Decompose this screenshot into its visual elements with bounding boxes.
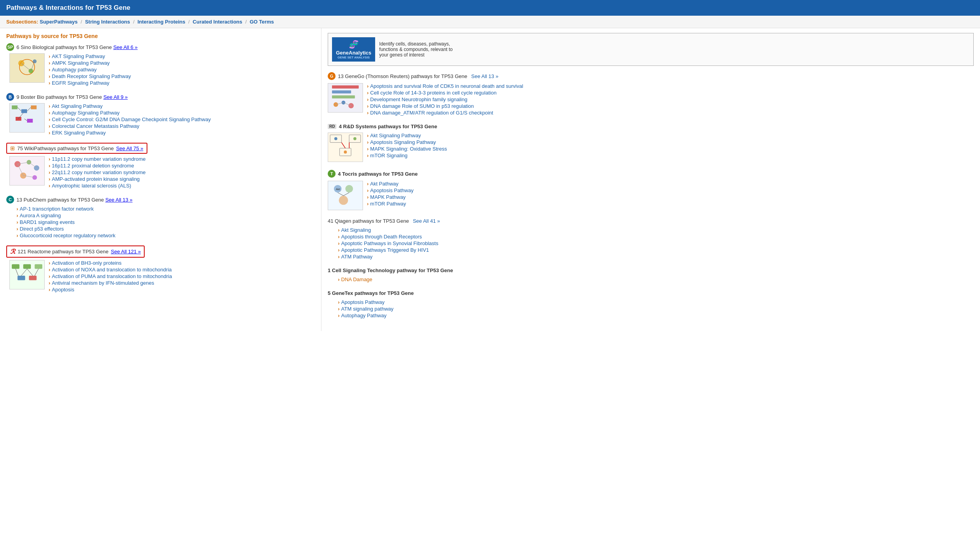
wiki-link-4[interactable]: Amyotrophic lateral sclerosis (ALS) bbox=[49, 183, 146, 189]
qiagen-link-3[interactable]: Apoptotic Pathways Triggered By HIV1 bbox=[338, 247, 974, 253]
pubchem-link-2[interactable]: BARD1 signaling events bbox=[16, 219, 315, 225]
svg-rect-31 bbox=[18, 276, 25, 280]
reactome-image bbox=[9, 260, 45, 289]
source-tocris: T 4 Tocris pathways for TP53 Gene Akt bbox=[328, 170, 974, 210]
pubchem-label: 13 PubChem pathways for TP53 Gene See Al… bbox=[16, 197, 132, 203]
ga-subtitle: GENE SET ANALYSIS bbox=[338, 56, 370, 59]
genego-see-all[interactable]: See All 13 » bbox=[471, 73, 498, 79]
pubchem-link-3[interactable]: Direct p53 effectors bbox=[16, 226, 315, 232]
tocris-link-2[interactable]: MAPK Pathway bbox=[367, 194, 414, 200]
sino-link-2[interactable]: Autophagy pathway bbox=[49, 67, 131, 73]
reactome-link-3[interactable]: Antiviral mechanism by IFN-stimulated ge… bbox=[49, 280, 172, 286]
rd-image bbox=[328, 133, 363, 162]
svg-rect-8 bbox=[12, 105, 18, 109]
sino-link-3[interactable]: Death Receptor Signaling Pathway bbox=[49, 73, 131, 79]
tocris-header: T 4 Tocris pathways for TP53 Gene bbox=[328, 170, 974, 178]
wiki-link-0[interactable]: 11p11.2 copy number variation syndrome bbox=[49, 156, 146, 162]
boster-link-0[interactable]: Akt Signaling Pathway bbox=[49, 103, 211, 109]
tocris-image: Akt bbox=[328, 181, 363, 210]
wiki-header: ⊞ 75 WikiPathways pathways for TP53 Gene… bbox=[6, 143, 315, 154]
pubchem-link-1[interactable]: Aurora A signaling bbox=[16, 213, 315, 218]
tocris-link-0[interactable]: Akt Pathway bbox=[367, 181, 414, 187]
pubchem-link-0[interactable]: AP-1 transcription factor network bbox=[16, 206, 315, 212]
boster-image bbox=[9, 103, 45, 133]
boster-link-1[interactable]: Autophagy Signaling Pathway bbox=[49, 110, 211, 116]
sino-header: SP 6 Sino Biological pathways for TP53 G… bbox=[6, 43, 315, 51]
genetex-link-2[interactable]: Autophagy Pathway bbox=[338, 313, 974, 318]
boster-label: 9 Boster Bio pathways for TP53 Gene See … bbox=[16, 94, 128, 100]
page-header: Pathways & Interactions for TP53 Gene bbox=[0, 0, 980, 16]
rd-icon: RD bbox=[328, 124, 336, 129]
main-content: Pathways by source for TP53 Gene SP 6 Si… bbox=[0, 28, 980, 331]
reactome-link-2[interactable]: Activation of PUMA and translocation to … bbox=[49, 273, 172, 279]
svg-rect-9 bbox=[21, 109, 27, 113]
rd-link-2[interactable]: MAPK Signaling: Oxidative Stress bbox=[367, 146, 447, 152]
boster-link-3[interactable]: Colorectal Cancer Metastasis Pathway bbox=[49, 123, 211, 129]
rd-link-0[interactable]: Akt Signaling Pathway bbox=[367, 133, 447, 138]
tocris-link-3[interactable]: mTOR Pathway bbox=[367, 201, 414, 207]
qiagen-link-0[interactable]: Akt Signaling bbox=[338, 227, 974, 233]
rd-header: RD 4 R&D Systems pathways for TP53 Gene bbox=[328, 124, 974, 129]
svg-point-2 bbox=[18, 60, 25, 67]
boster-link-2[interactable]: Cell Cycle Control: G2/M DNA Damage Chec… bbox=[49, 116, 211, 122]
genego-content: Apoptosis and survival Role of CDK5 in n… bbox=[328, 83, 974, 116]
reactome-see-all[interactable]: See All 121 » bbox=[111, 249, 141, 255]
svg-point-52 bbox=[334, 137, 338, 140]
genego-link-1[interactable]: Cell cycle Role of 14-3-3 proteins in ce… bbox=[367, 90, 523, 96]
svg-point-57 bbox=[345, 185, 353, 193]
svg-rect-12 bbox=[27, 119, 33, 123]
sino-label: 6 Sino Biological pathways for TP53 Gene… bbox=[16, 44, 138, 50]
reactome-link-0[interactable]: Activation of BH3-only proteins bbox=[49, 260, 172, 266]
sino-icon: SP bbox=[6, 43, 14, 51]
pathways-section-title: Pathways by source for TP53 Gene bbox=[6, 33, 315, 39]
wiki-link-1[interactable]: 16p11.2 proximal deletion syndrome bbox=[49, 163, 146, 169]
nav-go-terms[interactable]: GO Terms bbox=[250, 19, 274, 25]
svg-rect-40 bbox=[332, 95, 355, 98]
qiagen-link-2[interactable]: Apoptotic Pathways in Synovial Fibroblas… bbox=[338, 240, 974, 246]
qiagen-link-4[interactable]: ATM Pathway bbox=[338, 254, 974, 260]
sino-link-0[interactable]: AKT Signaling Pathway bbox=[49, 53, 131, 59]
qiagen-links: Akt Signaling Apoptosis through Death Re… bbox=[338, 227, 974, 260]
source-boster: B 9 Boster Bio pathways for TP53 Gene Se… bbox=[6, 93, 315, 136]
reactome-link-1[interactable]: Activation of NOXA and translocation to … bbox=[49, 267, 172, 273]
boster-see-all[interactable]: See All 9 » bbox=[103, 94, 128, 100]
ga-title: GeneAnalytics bbox=[336, 50, 371, 56]
source-genetex: 5 GeneTex pathways for TP53 Gene Apoptos… bbox=[328, 290, 974, 318]
svg-rect-29 bbox=[23, 264, 31, 269]
genetex-links: Apoptosis Pathway ATM signaling pathway … bbox=[338, 299, 974, 318]
genetex-link-0[interactable]: Apoptosis Pathway bbox=[338, 299, 974, 305]
sino-link-4[interactable]: EGFR Signaling Pathway bbox=[49, 80, 131, 86]
cellsig-link-0[interactable]: DNA Damage bbox=[338, 276, 974, 282]
genego-link-3[interactable]: DNA damage Role of SUMO in p53 regulatio… bbox=[367, 103, 523, 109]
nav-string-interactions[interactable]: String Interactions bbox=[85, 19, 130, 25]
svg-rect-39 bbox=[332, 91, 351, 94]
wiki-link-2[interactable]: 22q11.2 copy number variation syndrome bbox=[49, 169, 146, 175]
subsections-bar: Subsections: SuperPathways / String Inte… bbox=[0, 16, 980, 28]
pubchem-link-4[interactable]: Glucocorticoid receptor regulatory netwo… bbox=[16, 233, 315, 238]
genego-link-4[interactable]: DNA damage_ATM/ATR regulation of G1/S ch… bbox=[367, 110, 523, 116]
reactome-links: Activation of BH3-only proteins Activati… bbox=[49, 260, 172, 293]
wiki-link-3[interactable]: AMP-activated protein kinase signaling bbox=[49, 176, 146, 182]
nav-interacting-proteins[interactable]: Interacting Proteins bbox=[138, 19, 185, 25]
nav-superpathways[interactable]: SuperPathways bbox=[40, 19, 78, 25]
genetex-header: 5 GeneTex pathways for TP53 Gene bbox=[328, 290, 974, 296]
boster-link-4[interactable]: ERK Signaling Pathway bbox=[49, 130, 211, 136]
rd-link-1[interactable]: Apoptosis Signaling Pathway bbox=[367, 139, 447, 145]
qiagen-link-1[interactable]: Apoptosis through Death Receptors bbox=[338, 234, 974, 240]
wiki-image bbox=[9, 156, 45, 185]
genego-link-2[interactable]: Development Neurotrophin family signalin… bbox=[367, 96, 523, 102]
qiagen-see-all[interactable]: See All 41 » bbox=[413, 218, 440, 224]
reactome-link-4[interactable]: Apoptosis bbox=[49, 287, 172, 293]
tocris-link-1[interactable]: Apoptosis Pathway bbox=[367, 187, 414, 193]
wiki-see-all[interactable]: See All 75 » bbox=[116, 145, 143, 151]
sino-see-all[interactable]: See All 6 » bbox=[113, 44, 138, 50]
pubchem-see-all[interactable]: See All 13 » bbox=[105, 197, 132, 203]
boster-content: Akt Signaling Pathway Autophagy Signalin… bbox=[9, 103, 315, 136]
nav-curated-interactions[interactable]: Curated Interactions bbox=[193, 19, 242, 25]
sino-links: AKT Signaling Pathway AMPK Signaling Pat… bbox=[49, 53, 131, 86]
reactome-header: ℛ 121 Reactome pathways for TP53 Gene Se… bbox=[6, 245, 315, 258]
sino-link-1[interactable]: AMPK Signaling Pathway bbox=[49, 60, 131, 66]
rd-link-3[interactable]: mTOR Signaling bbox=[367, 153, 447, 158]
genetex-link-1[interactable]: ATM signaling pathway bbox=[338, 306, 974, 312]
genego-link-0[interactable]: Apoptosis and survival Role of CDK5 in n… bbox=[367, 83, 523, 89]
